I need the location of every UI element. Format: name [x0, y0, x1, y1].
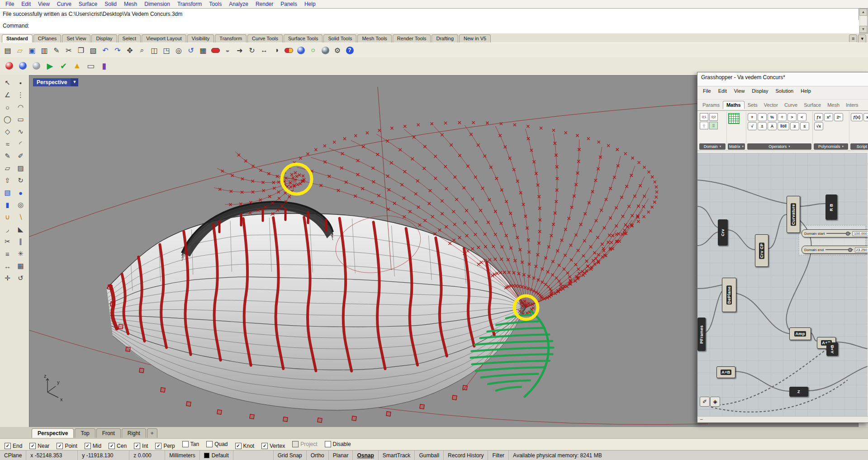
operator-icon-operators-2[interactable]: %	[768, 113, 777, 121]
checkbox-quad[interactable]	[206, 441, 213, 447]
toolbar-tab-viewport-layout[interactable]: Viewport Layout	[142, 34, 186, 43]
menu-transform[interactable]: Transform	[174, 0, 205, 8]
units-pane[interactable]: Millimeters	[165, 451, 199, 460]
slider-domain-start[interactable]: Domain start100.000	[802, 229, 868, 237]
render-red-sphere-icon[interactable]	[3, 59, 16, 72]
new-file-icon[interactable]: ▤	[2, 44, 14, 56]
osnap-mid[interactable]: ✓Mid	[85, 443, 101, 449]
conic-tool-icon[interactable]: ◜	[14, 138, 27, 150]
join-tool-icon[interactable]: ≡	[1, 248, 14, 260]
fillet-tool-icon[interactable]: ◞	[1, 223, 14, 235]
toolbar-tab-curve-tools[interactable]: Curve Tools	[247, 34, 283, 43]
polyline-tool-icon[interactable]: ∠	[1, 89, 14, 101]
status-toggle-filter[interactable]: Filter	[488, 451, 509, 460]
gh-tab-surface[interactable]: Surface	[801, 101, 824, 109]
osnap-int[interactable]: ✓Int	[134, 443, 148, 449]
node-addition-2[interactable]: A+B	[716, 366, 735, 378]
scale-icon[interactable]: ↔	[258, 44, 270, 56]
menu-render[interactable]: Render	[252, 0, 277, 8]
viewport-tab-front[interactable]: Front	[96, 428, 121, 438]
sphere-shaded-icon[interactable]	[319, 44, 331, 56]
checkbox-cen[interactable]: ✓	[109, 443, 115, 449]
domain-icon-3[interactable]: ▒	[709, 122, 718, 129]
menu-help[interactable]: Help	[301, 0, 319, 8]
toolbar-tab-visibility[interactable]: Visibility	[187, 34, 214, 43]
command-scrollbar[interactable]: ▲ ▼	[859, 8, 868, 33]
scroll-up-icon[interactable]: ▲	[859, 9, 867, 16]
sketch-tool-icon[interactable]: ✎	[1, 150, 14, 162]
status-toggle-smarttrack[interactable]: SmartTrack	[379, 451, 415, 460]
hide-icon[interactable]: ◒	[222, 44, 233, 56]
checkbox-knot[interactable]: ✓	[235, 443, 242, 449]
status-toggle-osnap[interactable]: Osnap	[353, 451, 378, 460]
node-amplitude[interactable]: Amp	[789, 327, 811, 340]
gh-tab-maths[interactable]: Maths	[723, 101, 745, 109]
checkbox-int[interactable]: ✓	[134, 443, 140, 449]
gh-menu-help[interactable]: Help	[797, 88, 815, 94]
toolbar-tab-set-view[interactable]: Set View	[62, 34, 90, 43]
split-tool-icon[interactable]: ∥	[14, 236, 27, 247]
checkbox-project[interactable]	[292, 441, 299, 447]
tabstrip-menu-icon[interactable]: ≡	[849, 34, 857, 42]
status-toggle-ortho[interactable]: Ortho	[307, 451, 329, 460]
menu-analyze[interactable]: Analyze	[225, 0, 252, 8]
undo-icon[interactable]: ↶	[100, 44, 111, 56]
extrude-tool-icon[interactable]: ⇧	[1, 175, 14, 186]
tabstrip-more-icon[interactable]: ▾	[858, 34, 866, 43]
sketch-button[interactable]: ✐	[700, 397, 710, 407]
selection-rect-icon[interactable]: ▭	[84, 59, 97, 72]
redo-icon[interactable]: ↷	[112, 44, 123, 56]
select-tool-icon[interactable]: ↖	[1, 77, 14, 89]
zoom-window-icon[interactable]: ◫	[148, 44, 160, 56]
operator-icon-operators-0[interactable]: +	[748, 113, 757, 121]
cone-yellow-icon[interactable]: ▲	[71, 59, 84, 72]
save-icon[interactable]: ▣	[26, 44, 38, 56]
checkbox-mid[interactable]: ✓	[85, 443, 91, 449]
loft-tool-icon[interactable]: ▨	[14, 162, 27, 174]
osnap-perp[interactable]: ✓Perp	[155, 443, 175, 449]
raytrace-green-icon[interactable]: ▶	[43, 59, 57, 72]
scroll-down-icon[interactable]: ▼	[859, 26, 867, 33]
circle-icon[interactable]: ○	[307, 44, 319, 56]
cplane-button[interactable]: CPlane	[0, 451, 26, 460]
gh-tab-sets[interactable]: Sets	[745, 101, 761, 109]
curve-tool-icon[interactable]: ∿	[14, 126, 27, 138]
operator-icon-operators-11[interactable]: ≤	[800, 122, 809, 130]
osnap-cen[interactable]: ✓Cen	[109, 443, 127, 449]
operator-icon-operators-10[interactable]: ≥	[790, 122, 799, 130]
point-tool-icon[interactable]: •	[14, 77, 27, 89]
slider-domain-end-track[interactable]	[825, 249, 853, 250]
gh-menu-display[interactable]: Display	[748, 88, 772, 94]
operator-icon-operators-7[interactable]: ±	[758, 122, 767, 130]
polygon-tool-icon[interactable]: ◇	[1, 126, 14, 138]
viewport-tab-right[interactable]: Right	[122, 428, 146, 438]
toolbar-tab-cplanes[interactable]: CPlanes	[33, 34, 62, 43]
checkbox-near[interactable]: ✓	[29, 443, 36, 449]
operator-icon-polynomials-0[interactable]: ƒx	[814, 113, 823, 121]
handle-curve-tool-icon[interactable]: ✐	[14, 150, 27, 162]
checkbox-point[interactable]: ✓	[57, 443, 63, 449]
gh-menu-view[interactable]: View	[730, 88, 749, 94]
gh-tab-vector[interactable]: Vector	[761, 101, 781, 109]
slider-domain-end-grip[interactable]	[848, 248, 852, 252]
domain-icon-1[interactable]: 0¦2	[709, 113, 718, 121]
domain-icon-0[interactable]: 0¦1	[700, 113, 708, 121]
cut-icon[interactable]: ✂	[63, 44, 75, 56]
slider-domain-end[interactable]: Domain end23.250	[802, 246, 868, 254]
render-blue-sphere-icon[interactable]	[16, 59, 29, 72]
checkbox-vertex[interactable]: ✓	[261, 443, 268, 449]
operator-icon-polynomials-2[interactable]: 2ⁿ	[834, 113, 843, 121]
check-green-icon[interactable]: ✔	[57, 59, 70, 72]
osnap-tan[interactable]: Tan	[182, 441, 199, 447]
operator-icon-polynomials-3[interactable]: √x	[814, 122, 823, 130]
toolbar-tab-select[interactable]: Select	[118, 34, 141, 43]
menu-edit[interactable]: Edit	[18, 0, 34, 8]
operator-icon-operators-1[interactable]: ×	[758, 113, 767, 121]
gh-group-label-operators[interactable]: Operators▾	[747, 143, 811, 150]
menu-dimension[interactable]: Dimension	[141, 0, 174, 8]
osnap-disable[interactable]: Disable	[325, 441, 351, 447]
node-rebuild[interactable]: R B	[825, 194, 837, 220]
menu-curve[interactable]: Curve	[53, 0, 75, 8]
node-curve-closest-point[interactable]: Crv CP	[755, 234, 768, 267]
scroll-track[interactable]	[860, 16, 866, 26]
